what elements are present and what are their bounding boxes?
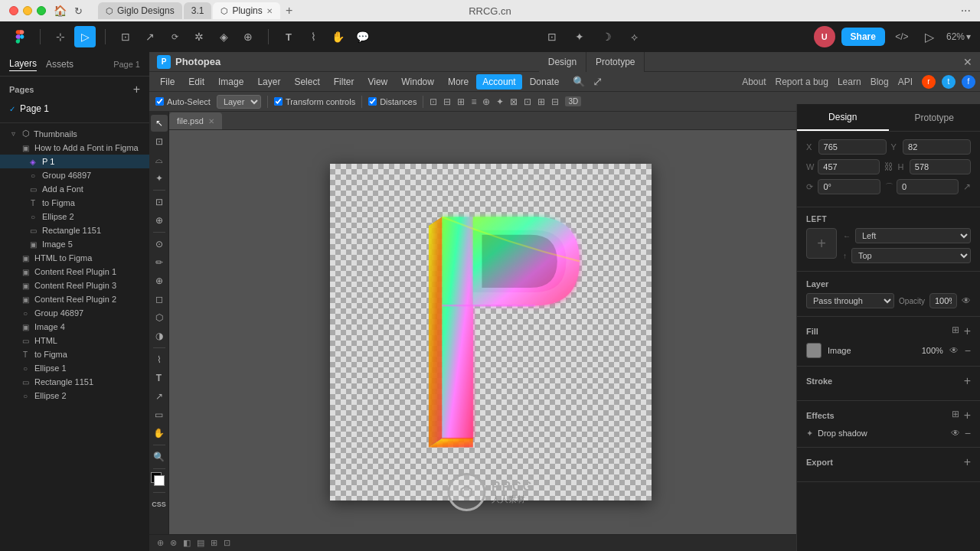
layer-add-font[interactable]: ▭ Add a Font [0, 182, 149, 196]
pen-tool[interactable]: ⌇ [302, 26, 324, 47]
fill-grid-icon[interactable]: ⊞ [952, 324, 959, 338]
pp-tool-hand[interactable]: ✋ [151, 425, 168, 442]
pp-tool-path[interactable]: ↗ [151, 388, 168, 405]
layer-rect-1151-2[interactable]: ▭ Rectangle 1151 [0, 375, 149, 389]
text-tool[interactable]: T [278, 26, 299, 47]
status-icon-3[interactable]: ◧ [183, 538, 191, 548]
fill-visible-icon[interactable]: 👁 [949, 345, 959, 356]
prototype-tab[interactable]: Prototype [889, 104, 981, 131]
constraint-left-select[interactable]: Left [855, 228, 971, 243]
tab-3-1[interactable]: 3.1 [184, 2, 212, 19]
effects-add-icon[interactable]: + [964, 409, 971, 422]
layer-rect-1151[interactable]: ▭ Rectangle 1151 [0, 223, 149, 237]
transform-icon[interactable]: ⟡ [624, 26, 645, 47]
pp-tool-eraser[interactable]: ◻ [151, 291, 168, 308]
pp-tool-stamp[interactable]: ⊕ [151, 272, 168, 289]
layer-visible-icon[interactable]: 👁 [962, 295, 971, 306]
layer-content-reel-3[interactable]: ▣ Content Reel Plugin 3 [0, 279, 149, 292]
present-button[interactable]: ▷ [919, 26, 940, 47]
expand-icon[interactable]: ⤢ [593, 74, 603, 89]
reload-icon[interactable]: ↻ [74, 5, 83, 17]
component-tool[interactable]: ◈ [213, 26, 234, 47]
layer-how-to-add-font[interactable]: ▣ How to Add a Font in Figma [0, 141, 149, 155]
menu-image[interactable]: Image [212, 74, 250, 90]
menu-select[interactable]: Select [288, 74, 325, 90]
corner-expand-icon[interactable]: ↗ [963, 181, 971, 192]
auto-select-checkbox[interactable]: Auto-Select [155, 97, 211, 106]
add-tab-button[interactable]: + [282, 3, 297, 18]
layer-image-5[interactable]: ▣ Image 5 [0, 237, 149, 251]
layer-group-46897[interactable]: ○ Group 46897 [0, 168, 149, 182]
menu-account[interactable]: Account [476, 74, 521, 90]
fill-minus-icon[interactable]: − [965, 344, 971, 357]
pp-tool-heal[interactable]: ⊙ [151, 236, 168, 253]
search-icon[interactable]: 🔍 [573, 76, 585, 87]
menu-edit[interactable]: Edit [182, 74, 211, 90]
menu-view[interactable]: View [361, 74, 394, 90]
crop-icon[interactable]: ⊡ [541, 26, 563, 47]
menu-donate[interactable]: Donate [524, 74, 566, 90]
options-align-center-icon[interactable]: ⊟ [443, 96, 451, 107]
status-icon-5[interactable]: ⊞ [211, 538, 217, 548]
menu-more[interactable]: More [442, 74, 475, 90]
layers-tab[interactable]: Layers [9, 57, 37, 71]
dark-mode-icon[interactable]: ☽ [596, 26, 618, 47]
region-tool[interactable]: ⊡ [115, 26, 136, 47]
effect-visible-icon[interactable]: 👁 [951, 428, 960, 439]
menu-report-bug[interactable]: Report a bug [776, 77, 828, 87]
fill-swatch[interactable] [806, 343, 822, 358]
twitter-icon[interactable]: t [942, 75, 956, 89]
layer-blend-select[interactable]: Pass through [806, 293, 894, 308]
effect-minus-icon[interactable]: − [965, 427, 971, 439]
layer-opacity-input[interactable] [929, 293, 957, 308]
options-align-right-icon[interactable]: ⊞ [457, 96, 465, 107]
layer-p1[interactable]: ◈ P 1 [0, 155, 149, 168]
export-add-icon[interactable]: + [964, 455, 971, 469]
layer-image-4[interactable]: ▣ Image 4 [0, 320, 149, 334]
options-icon-2[interactable]: ⊕ [482, 96, 490, 107]
options-distribute-icon[interactable]: ≡ [471, 96, 476, 107]
measure-tool[interactable]: ⊕ [237, 26, 259, 47]
transform-controls-checkbox[interactable]: Transform controls [274, 97, 355, 106]
options-icon-6[interactable]: ⊞ [537, 96, 545, 107]
stroke-add-icon[interactable]: + [964, 374, 971, 388]
menu-learn[interactable]: Learn [838, 77, 861, 87]
layer-html[interactable]: ▭ HTML [0, 334, 149, 347]
rotate-tool[interactable]: ⟳ [164, 26, 185, 47]
auto-select-input[interactable] [155, 97, 164, 106]
scale-tool[interactable]: ↗ [139, 26, 161, 47]
pp-tool-css[interactable]: CSS [151, 496, 168, 513]
options-icon-3[interactable]: ✦ [496, 96, 504, 107]
pp-tool-pen[interactable]: ⌇ [151, 351, 168, 368]
layer-thumbnails[interactable]: ▿ ⬡ Thumbnails [0, 126, 149, 141]
figma-logo[interactable] [9, 26, 31, 47]
distances-input[interactable] [368, 97, 377, 106]
pp-tool-zoom[interactable]: 🔍 [151, 448, 168, 465]
tab-close-icon[interactable]: ✕ [266, 7, 273, 15]
menu-file[interactable]: File [154, 74, 181, 90]
y-input[interactable] [903, 139, 971, 155]
pp-prototype-tab[interactable]: Prototype [586, 52, 645, 72]
layer-ellipse-2[interactable]: ○ Ellipse 2 [0, 210, 149, 223]
menu-layer[interactable]: Layer [251, 74, 286, 90]
pp-design-tab[interactable]: Design [539, 52, 586, 72]
status-icon-1[interactable]: ⊕ [157, 538, 164, 548]
fill-add-icon[interactable]: + [964, 324, 971, 338]
tab-giglo-designs[interactable]: ⬡ Giglo Designs [98, 2, 182, 19]
pp-tool-brush[interactable]: ✏ [151, 254, 168, 271]
options-align-left-icon[interactable]: ⊡ [430, 96, 437, 107]
background-color[interactable] [154, 475, 165, 486]
facebook-icon[interactable]: f [962, 75, 975, 89]
tab-plugins[interactable]: ⬡ Plugins ✕ [213, 2, 279, 19]
options-icon-3d[interactable]: 3D [565, 96, 581, 106]
menu-blog[interactable]: Blog [871, 77, 889, 87]
pp-tool-crop[interactable]: ⊡ [151, 194, 168, 210]
w-input[interactable] [818, 159, 879, 174]
add-page-button[interactable]: + [133, 83, 140, 96]
layer-html-to-figma[interactable]: ▣ HTML to Figma [0, 251, 149, 265]
move-tool[interactable]: ↖ [151, 115, 168, 132]
photopea-close-button[interactable]: ✕ [963, 56, 972, 68]
layer-kind-select[interactable]: Layer [217, 95, 261, 109]
share-button[interactable]: Share [841, 28, 885, 46]
pp-tool-select[interactable]: ⊡ [151, 133, 168, 150]
